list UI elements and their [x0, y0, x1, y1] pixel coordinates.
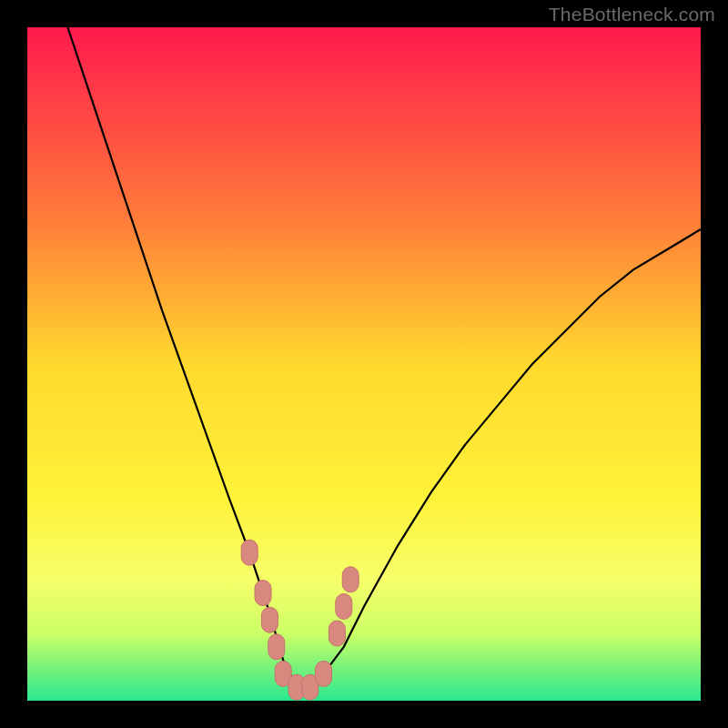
- curve-marker: [241, 540, 258, 565]
- curve-markers: [241, 540, 359, 700]
- curve-marker: [255, 581, 271, 606]
- curve-marker: [336, 593, 352, 619]
- curve-marker: [316, 661, 332, 686]
- curve-marker: [342, 567, 359, 592]
- plot-area: [27, 27, 701, 701]
- chart-frame: TheBottleneck.com: [0, 0, 728, 728]
- curve-layer: [27, 27, 701, 701]
- watermark-text: TheBottleneck.com: [549, 4, 715, 25]
- bottleneck-curve: [67, 27, 701, 687]
- curve-marker: [268, 634, 285, 660]
- curve-marker: [261, 607, 278, 632]
- curve-marker: [329, 621, 345, 646]
